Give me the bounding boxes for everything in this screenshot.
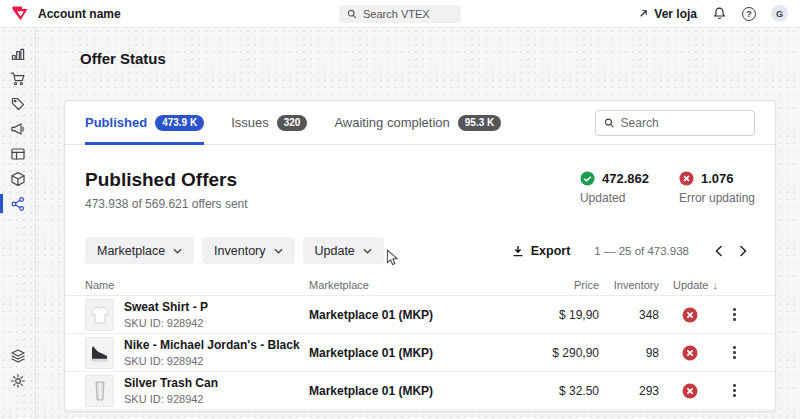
topbar-left: Account name bbox=[12, 6, 121, 21]
header-name: Name bbox=[85, 279, 309, 291]
vtex-admin-screen: Account name Search VTEX Ver loja bbox=[0, 0, 800, 419]
user-avatar[interactable]: G bbox=[771, 5, 788, 22]
product-sku: SKU ID: 928942 bbox=[124, 355, 300, 367]
next-page-button[interactable] bbox=[731, 242, 755, 260]
view-store-label: Ver loja bbox=[654, 7, 697, 21]
error-x-icon bbox=[682, 383, 698, 399]
update-status-cell bbox=[659, 383, 714, 399]
offer-row-nike-jordan[interactable]: Nike - Michael Jordan's - Black SKU ID: … bbox=[65, 334, 775, 372]
filter-update-button[interactable]: Update bbox=[303, 237, 384, 264]
toolbar-right: Export 1 — 25 of 473.938 bbox=[511, 242, 755, 260]
product-thumbnail-sneaker bbox=[85, 337, 114, 369]
marketplace-cell: Marketplace 01 (MKP) bbox=[309, 346, 519, 360]
gear-icon bbox=[10, 373, 26, 389]
error-label: Error updating bbox=[679, 191, 755, 205]
app-shell: Offer Status Published 473.9 K Issues 32… bbox=[0, 28, 800, 419]
global-search-label: Search VTEX bbox=[363, 8, 430, 20]
summary-subheading: 473.938 of 569.621 offers sent bbox=[85, 197, 248, 211]
sidebar-item-settings[interactable] bbox=[0, 368, 36, 393]
vtex-logo-icon bbox=[12, 6, 28, 21]
chevron-left-icon bbox=[715, 245, 723, 257]
notifications-button[interactable] bbox=[712, 6, 727, 21]
summary-left: Published Offers 473.938 of 569.621 offe… bbox=[85, 169, 248, 211]
offers-search-input[interactable] bbox=[621, 116, 746, 130]
offers-search bbox=[595, 110, 755, 136]
offer-row-sweat-shirt[interactable]: Sweat Shirt - P SKU ID: 928942 Marketpla… bbox=[65, 296, 775, 334]
search-icon bbox=[347, 9, 357, 19]
row-actions-button[interactable] bbox=[714, 380, 755, 401]
chevron-down-icon bbox=[274, 248, 283, 254]
row-actions-button[interactable] bbox=[714, 304, 755, 325]
error-x-icon bbox=[682, 307, 698, 323]
tab-published[interactable]: Published 473.9 K bbox=[85, 101, 204, 144]
error-x-icon bbox=[682, 345, 698, 361]
view-store-button[interactable]: Ver loja bbox=[638, 7, 697, 21]
previous-page-button[interactable] bbox=[707, 242, 731, 260]
tab-issues[interactable]: Issues 320 bbox=[231, 101, 307, 144]
topbar: Account name Search VTEX Ver loja bbox=[0, 0, 800, 28]
search-icon bbox=[604, 117, 615, 129]
topbar-right: Ver loja ? G bbox=[638, 5, 788, 22]
sidebar-nav bbox=[0, 28, 36, 419]
storefront-icon bbox=[10, 146, 26, 162]
global-search[interactable]: Search VTEX bbox=[339, 5, 461, 23]
price-cell: $ 19,90 bbox=[519, 308, 599, 322]
header-marketplace: Marketplace bbox=[309, 279, 519, 291]
sidebar-item-storefront[interactable] bbox=[0, 141, 36, 166]
tab-published-label: Published bbox=[85, 115, 147, 130]
row-actions-button[interactable] bbox=[714, 342, 755, 363]
shopping-cart-icon bbox=[10, 71, 26, 87]
tab-awaiting-completion[interactable]: Awaiting completion 95.3 K bbox=[334, 101, 501, 144]
share-network-icon bbox=[10, 196, 26, 212]
filter-marketplace-label: Marketplace bbox=[97, 244, 165, 258]
sidebar-item-analytics[interactable] bbox=[0, 41, 36, 66]
header-update-sort[interactable]: Update ↓ bbox=[659, 279, 714, 291]
product-thumbnail-sweatshirt bbox=[85, 299, 114, 331]
filter-marketplace-button[interactable]: Marketplace bbox=[85, 237, 194, 264]
download-icon bbox=[511, 244, 525, 258]
name-cell: Nike - Michael Jordan's - Black SKU ID: … bbox=[85, 337, 309, 369]
sidebar-item-catalog[interactable] bbox=[0, 166, 36, 191]
price-cell: $ 290,90 bbox=[519, 346, 599, 360]
sidebar-item-marketing[interactable] bbox=[0, 116, 36, 141]
tag-icon bbox=[10, 96, 26, 112]
sidebar-item-orders[interactable] bbox=[0, 66, 36, 91]
name-cell: Silver Trash Can SKU ID: 928942 bbox=[85, 375, 309, 407]
name-cell: Sweat Shirt - P SKU ID: 928942 bbox=[85, 299, 309, 331]
filter-inventory-label: Inventory bbox=[214, 244, 265, 258]
product-text: Silver Trash Can SKU ID: 928942 bbox=[124, 376, 218, 405]
sidebar-item-integrations[interactable] bbox=[0, 191, 36, 216]
inventory-cell: 98 bbox=[599, 346, 659, 360]
filter-update-label: Update bbox=[315, 244, 355, 258]
chevron-down-icon bbox=[363, 248, 372, 254]
offers-table: Name Marketplace Price Inventory Update … bbox=[65, 274, 775, 410]
kebab-menu-icon bbox=[729, 342, 740, 363]
offer-row-silver-trash-can[interactable]: Silver Trash Can SKU ID: 928942 Marketpl… bbox=[65, 372, 775, 410]
header-inventory: Inventory bbox=[599, 279, 659, 291]
price-cell: $ 32.50 bbox=[519, 384, 599, 398]
sidebar-item-apps[interactable] bbox=[0, 343, 36, 368]
inventory-cell: 293 bbox=[599, 384, 659, 398]
export-label: Export bbox=[531, 244, 571, 258]
filter-inventory-button[interactable]: Inventory bbox=[202, 237, 294, 264]
main-content: Offer Status Published 473.9 K Issues 32… bbox=[36, 28, 800, 419]
help-button[interactable]: ? bbox=[742, 7, 756, 21]
sort-desc-icon: ↓ bbox=[712, 279, 718, 291]
sidebar-item-promotions[interactable] bbox=[0, 91, 36, 116]
arrow-up-right-icon bbox=[638, 8, 649, 19]
inventory-cell: 348 bbox=[599, 308, 659, 322]
product-sku: SKU ID: 928942 bbox=[124, 393, 218, 405]
product-thumbnail-trash-can bbox=[85, 375, 114, 407]
offer-status-card: Published 473.9 K Issues 320 Awaiting co… bbox=[64, 100, 776, 412]
help-icon: ? bbox=[742, 7, 756, 21]
product-text: Sweat Shirt - P SKU ID: 928942 bbox=[124, 300, 208, 329]
kebab-menu-icon bbox=[729, 380, 740, 401]
chevron-down-icon bbox=[173, 248, 182, 254]
chevron-right-icon bbox=[739, 245, 747, 257]
updated-count: 472.862 bbox=[602, 171, 649, 186]
stat-updated: 472.862 Updated bbox=[580, 171, 649, 205]
table-header-row: Name Marketplace Price Inventory Update … bbox=[65, 274, 775, 296]
marketplace-cell: Marketplace 01 (MKP) bbox=[309, 308, 519, 322]
export-button[interactable]: Export bbox=[511, 244, 571, 258]
tabs-row: Published 473.9 K Issues 320 Awaiting co… bbox=[65, 101, 775, 145]
